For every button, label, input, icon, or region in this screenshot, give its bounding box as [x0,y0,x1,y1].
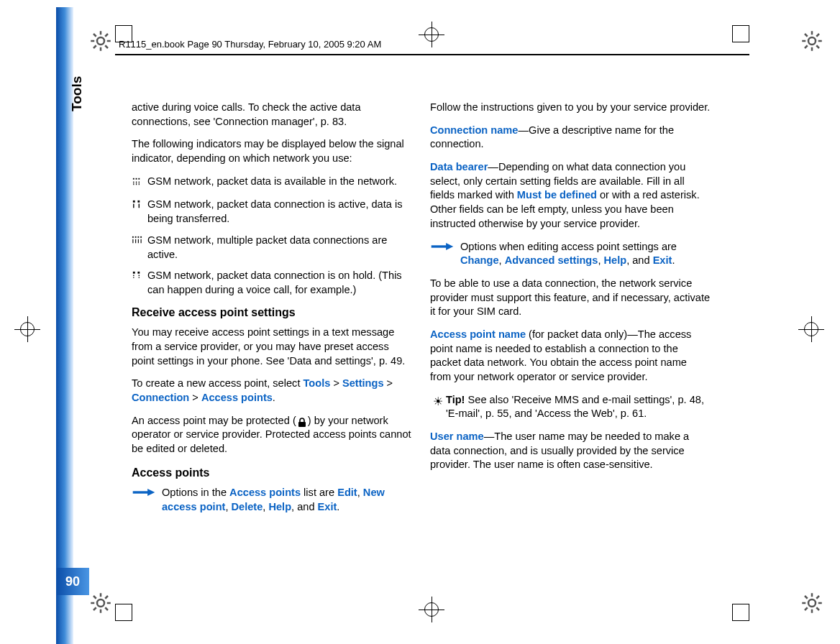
crop-mark-icon [732,604,749,621]
packet-data-active-icon [132,198,147,226]
svg-line-8 [93,45,96,48]
options-text: Options when editing access point settin… [457,240,711,268]
indicator-text: GSM network, multiple packet data connec… [147,234,412,262]
svg-line-34 [816,596,819,599]
svg-point-27 [808,599,816,607]
svg-line-15 [816,45,819,48]
packet-data-multiple-icon [132,234,147,262]
svg-line-33 [816,607,819,610]
svg-rect-37 [136,178,137,180]
options-text: Options in the Access points list are Ed… [159,486,412,514]
indicator-text: GSM network, packet data connection is o… [147,269,412,297]
svg-line-32 [805,596,808,599]
document-page: Tools 90 R1115_en.book Page 90 Thursday,… [0,0,840,644]
column-left: active during voice calls. To check the … [132,101,412,523]
section-label: Tools [69,76,85,111]
running-header: R1115_en.book Page 90 Thursday, February… [119,39,381,50]
svg-line-17 [805,45,808,48]
svg-rect-46 [137,272,140,274]
svg-line-23 [93,596,96,599]
indicator-text: GSM network, packet data is available in… [147,175,412,191]
heading-receive-settings: Receive access point settings [132,305,412,321]
page-number: 90 [56,568,89,595]
svg-point-18 [97,599,104,607]
header-rule [115,54,749,55]
registration-mark-icon [419,597,444,622]
body-text: The following indicators may be displaye… [132,137,412,165]
svg-line-26 [93,607,96,610]
registration-mark-icon [798,316,824,342]
svg-line-7 [105,34,108,37]
gear-icon [801,592,823,614]
body-text: Follow the instructions given to you by … [430,101,711,115]
svg-rect-39 [133,201,135,203]
svg-rect-44 [140,236,142,238]
options-note: Options when editing access point settin… [430,240,711,268]
indicator-row: GSM network, packet data connection is a… [132,198,412,226]
crop-mark-icon [115,25,132,42]
svg-line-24 [105,607,108,610]
lock-icon [296,417,308,428]
heading-access-points: Access points [132,465,412,481]
body-text: An access point may be protected () by y… [132,414,412,456]
gear-icon [90,592,111,614]
field-connection-name: Connection name—Give a descriptive name … [430,124,711,152]
svg-rect-40 [137,201,140,203]
field-access-point-name: Access point name (for packet data only)… [430,328,711,385]
tip-text: Tip! See also 'Receive MMS and e-mail se… [446,393,711,421]
packet-data-available-icon [132,175,147,191]
svg-rect-43 [137,236,139,238]
svg-rect-45 [133,272,135,274]
gear-icon [90,30,111,52]
field-user-name: User name—The user name may be needed to… [430,430,711,472]
tip-note: ☀ Tip! See also 'Receive MMS and e-mail … [430,393,711,421]
body-text: You may receive access point settings in… [132,326,412,368]
indicator-row: GSM network, packet data is available in… [132,175,412,191]
svg-line-25 [105,596,108,599]
field-data-bearer: Data bearer—Depending on what data conne… [430,160,711,231]
body-text: active during voice calls. To check the … [132,101,412,129]
svg-point-0 [97,37,104,45]
indicator-row: GSM network, packet data connection is o… [132,269,412,297]
svg-line-16 [816,34,819,37]
registration-mark-icon [14,316,40,342]
svg-line-35 [805,607,808,610]
crop-mark-icon [115,604,132,621]
svg-rect-42 [135,236,137,238]
registration-mark-icon [419,22,444,47]
options-arrow-icon [430,240,457,268]
svg-rect-41 [132,236,134,238]
packet-data-hold-icon [132,269,147,297]
crop-mark-icon [732,25,749,42]
body-text: To be able to use a data connection, the… [430,277,711,319]
indicator-text: GSM network, packet data connection is a… [147,198,412,226]
svg-point-9 [808,37,816,45]
svg-line-14 [805,34,808,37]
svg-line-6 [105,45,108,48]
options-arrow-icon [132,486,159,514]
svg-line-5 [93,34,96,37]
svg-rect-38 [138,178,140,180]
options-note: Options in the Access points list are Ed… [132,486,412,514]
gear-icon [801,30,823,52]
indicator-row: GSM network, multiple packet data connec… [132,234,412,262]
tip-icon: ☀ [430,393,446,421]
body-text: To create a new access point, select Too… [132,377,412,405]
column-right: Follow the instructions given to you by … [430,101,711,481]
svg-rect-47 [298,422,306,427]
svg-rect-36 [133,178,134,180]
